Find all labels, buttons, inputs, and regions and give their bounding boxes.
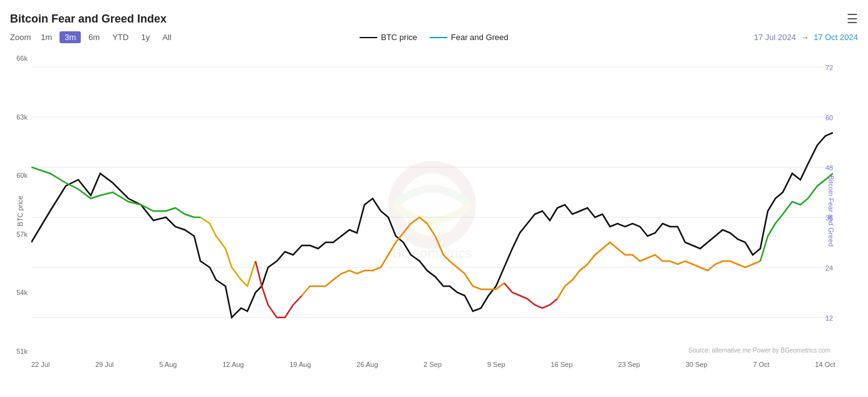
svg-text:60: 60 — [825, 114, 833, 121]
controls-row: Zoom 1m 3m 6m YTD 1y All BTC price Fear … — [0, 29, 868, 46]
legend-btc-line — [359, 37, 377, 38]
legend-fg-label: Fear and Greed — [451, 33, 509, 42]
x-label-5: 26 Aug — [356, 361, 378, 368]
y-left-label-1: 63k — [16, 113, 31, 121]
fg-line-orange-2 — [557, 242, 760, 299]
date-end: 17 Oct 2024 — [814, 33, 858, 42]
y-left-label-5: 51k — [16, 348, 31, 355]
y-left-label-2: 60k — [16, 172, 31, 179]
x-label-10: 30 Sep — [686, 361, 708, 368]
fg-line-green-1 — [31, 167, 200, 217]
source-text: Source: alternative.me Power by BGeometr… — [688, 347, 830, 354]
zoom-3m-button[interactable]: 3m — [59, 31, 81, 43]
x-label-1: 29 Jul — [95, 361, 113, 368]
chart-svg: BGeometrics 72 60 48 36 24 — [31, 48, 833, 355]
zoom-all-button[interactable]: All — [157, 31, 176, 43]
x-label-2: 5 Aug — [159, 361, 177, 368]
zoom-6m-button[interactable]: 6m — [83, 31, 105, 43]
x-label-0: 22 Jul — [31, 361, 49, 368]
x-label-6: 2 Sep — [423, 361, 442, 368]
x-axis: 22 Jul 29 Jul 5 Aug 12 Aug 19 Aug 26 Aug… — [31, 355, 835, 374]
x-label-9: 23 Sep — [618, 361, 640, 368]
y-axis-left: 66k 63k 60k 57k 54k 51k — [0, 48, 31, 374]
legend: BTC price Fear and Greed — [359, 33, 509, 42]
page-title: Bitcoin Fear and Greed Index — [10, 13, 167, 26]
menu-icon[interactable]: ☰ — [847, 11, 858, 26]
zoom-ytd-button[interactable]: YTD — [107, 31, 133, 43]
x-label-3: 12 Aug — [222, 361, 244, 368]
zoom-label: Zoom — [10, 33, 31, 42]
y-left-label-3: 57k — [16, 230, 31, 238]
x-label-11: 7 Oct — [753, 361, 769, 368]
date-range: 17 Jul 2024 → 17 Oct 2024 — [754, 33, 858, 42]
svg-text:12: 12 — [825, 314, 833, 322]
legend-btc-label: BTC price — [381, 33, 417, 42]
legend-fg-line — [430, 37, 447, 38]
date-arrow: → — [801, 33, 812, 42]
fg-line-red-1 — [256, 261, 302, 317]
zoom-1m-button[interactable]: 1m — [36, 31, 57, 43]
y-axis-left-label: BTC price — [16, 196, 24, 227]
fg-line-yellow-1 — [200, 217, 256, 286]
x-label-8: 16 Sep — [550, 361, 572, 368]
x-label-4: 19 Aug — [289, 361, 311, 368]
legend-fg: Fear and Greed — [430, 33, 509, 42]
y-axis-right-label: Bitcoin Fear and Greed — [827, 175, 835, 247]
zoom-1y-button[interactable]: 1y — [136, 31, 155, 43]
x-label-7: 9 Sep — [487, 361, 505, 368]
chart-area: 66k 63k 60k 57k 54k 51k BTC price BGeome… — [0, 48, 868, 374]
btc-price-line — [31, 133, 833, 317]
chart-container: Bitcoin Fear and Greed Index ☰ Zoom 1m 3… — [0, 0, 868, 397]
svg-text:72: 72 — [825, 64, 833, 71]
date-start: 17 Jul 2024 — [754, 33, 796, 42]
header: Bitcoin Fear and Greed Index ☰ — [0, 6, 868, 29]
y-left-label-0: 66k — [16, 54, 31, 62]
svg-text:48: 48 — [825, 164, 833, 172]
legend-btc: BTC price — [359, 33, 417, 42]
zoom-controls: Zoom 1m 3m 6m YTD 1y All — [10, 31, 177, 43]
svg-text:BGeometrics: BGeometrics — [392, 245, 472, 261]
y-left-label-4: 54k — [16, 289, 31, 296]
svg-text:24: 24 — [825, 264, 833, 272]
fg-line-red-2 — [504, 283, 557, 308]
x-label-12: 14 Oct — [815, 361, 835, 368]
